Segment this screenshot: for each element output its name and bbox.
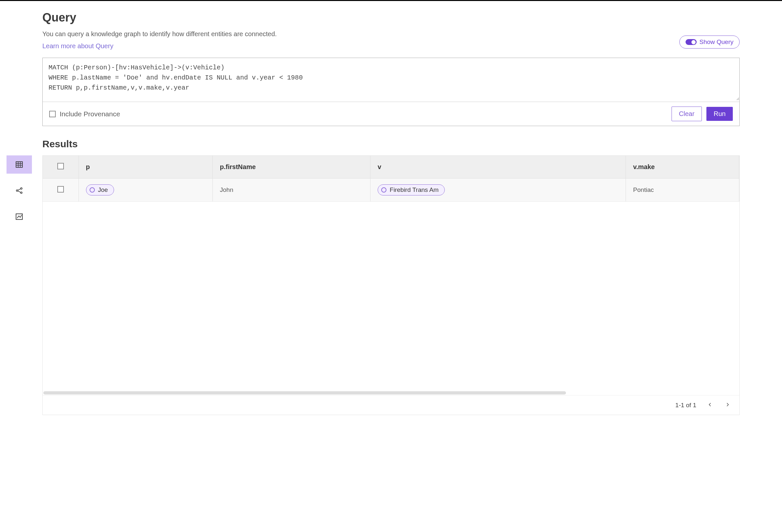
show-query-toggle[interactable]: Show Query [679, 36, 740, 48]
entity-pill-vehicle[interactable]: Firebird Trans Am [378, 184, 445, 196]
svg-line-9 [18, 191, 21, 192]
learn-more-link[interactable]: Learn more about Query [42, 42, 113, 50]
table-icon [15, 160, 24, 169]
col-p-firstname[interactable]: p.firstName [212, 156, 370, 179]
checkbox-icon [49, 111, 56, 117]
query-box: Include Provenance Clear Run [42, 58, 740, 126]
run-button[interactable]: Run [706, 107, 733, 121]
results-table: p p.firstName v v.make [43, 156, 739, 202]
col-v[interactable]: v [370, 156, 626, 179]
col-v-make[interactable]: v.make [626, 156, 739, 179]
cell-make: Pontiac [626, 179, 739, 202]
page-root: Query You can query a knowledge graph to… [0, 0, 782, 422]
chart-icon [15, 212, 24, 221]
show-query-label: Show Query [699, 38, 734, 46]
results-title: Results [42, 138, 740, 149]
graph-icon [15, 186, 24, 195]
entity-label: Firebird Trans Am [390, 186, 438, 193]
query-actions: Include Provenance Clear Run [43, 102, 739, 126]
pager-range: 1-1 of 1 [675, 402, 696, 409]
table-row: Joe John Firebird Trans Am [43, 179, 739, 202]
include-provenance-label: Include Provenance [60, 110, 120, 118]
results-wrap: p p.firstName v v.make [6, 155, 740, 415]
svg-point-7 [21, 192, 22, 193]
results-panel: p p.firstName v v.make [42, 155, 740, 415]
row-select[interactable] [43, 179, 78, 202]
include-provenance-checkbox[interactable]: Include Provenance [49, 110, 120, 118]
select-all-header[interactable] [43, 156, 78, 179]
table-header-row: p p.firstName v v.make [43, 156, 739, 179]
col-p[interactable]: p [78, 156, 212, 179]
rail-table-view[interactable] [6, 155, 32, 174]
chevron-left-icon [707, 402, 713, 407]
query-textarea[interactable] [43, 58, 739, 100]
pager-next-button[interactable] [724, 401, 732, 410]
pager-prev-button[interactable] [706, 401, 714, 410]
scrollbar-thumb[interactable] [43, 391, 566, 394]
entity-dot-icon [90, 187, 95, 192]
rail-graph-view[interactable] [6, 181, 32, 200]
chevron-right-icon [725, 402, 730, 407]
entity-pill-person[interactable]: Joe [86, 184, 114, 196]
checkbox-icon [57, 163, 64, 169]
content-wrap: Query You can query a knowledge graph to… [0, 1, 782, 422]
svg-point-6 [21, 188, 22, 189]
pager: 1-1 of 1 [43, 395, 739, 415]
svg-line-8 [18, 189, 21, 190]
toggle-switch-icon [685, 39, 697, 45]
table-empty-space [43, 202, 739, 391]
main-area: Query You can query a knowledge graph to… [0, 1, 782, 422]
page-title: Query [42, 11, 740, 25]
cell-v: Firebird Trans Am [370, 179, 626, 202]
entity-dot-icon [381, 187, 386, 192]
results-view-rail [6, 155, 32, 226]
cell-firstname: John [212, 179, 370, 202]
clear-button[interactable]: Clear [672, 107, 702, 121]
entity-label: Joe [98, 186, 108, 193]
cell-p: Joe [78, 179, 212, 202]
svg-point-5 [16, 190, 18, 191]
rail-chart-view[interactable] [6, 208, 32, 226]
checkbox-icon [57, 186, 64, 192]
svg-rect-0 [16, 162, 23, 167]
horizontal-scrollbar[interactable] [43, 391, 739, 395]
